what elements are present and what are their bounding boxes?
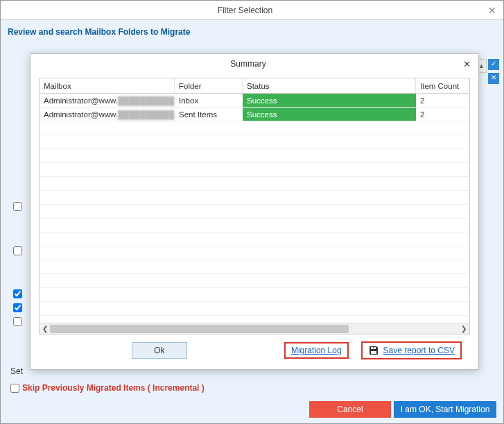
option-checkbox-5[interactable] xyxy=(13,317,22,328)
filter-selection-titlebar: Filter Selection ✕ xyxy=(1,1,503,20)
summary-title: Summary xyxy=(36,59,460,69)
option-checkbox-2[interactable] xyxy=(13,246,22,257)
cell-folder: Sent Items xyxy=(175,108,243,121)
scrollbar-thumb[interactable] xyxy=(50,325,349,333)
cell-folder: Inbox xyxy=(175,94,243,107)
migration-log-link-box: Migration Log xyxy=(284,342,349,359)
cell-mailbox: Administrator@www.██████████ xyxy=(40,108,175,121)
option-checkbox-1[interactable] xyxy=(13,202,22,212)
filter-selection-heading: Review and search Mailbox Folders to Mig… xyxy=(8,24,496,42)
table-row[interactable]: Administrator@www.██████████ Inbox Succe… xyxy=(40,94,469,108)
summary-table: Mailbox Folder Status Item Count Adminis… xyxy=(39,78,470,334)
start-migration-button[interactable]: I am OK, Start Migration xyxy=(394,401,496,418)
column-item-count[interactable]: Item Count xyxy=(416,78,469,93)
cell-status: Success xyxy=(243,94,416,107)
save-csv-link-box: Save report to CSV xyxy=(361,341,462,359)
status-badge: Success xyxy=(243,94,416,107)
save-icon xyxy=(368,345,379,356)
column-status[interactable]: Status xyxy=(243,78,416,93)
option-checkbox-3[interactable] xyxy=(13,289,22,300)
uncheck-all-button[interactable]: ✕ xyxy=(488,73,499,84)
scroll-left-icon[interactable]: ❮ xyxy=(40,324,50,334)
column-mailbox[interactable]: Mailbox xyxy=(40,78,175,93)
column-folder[interactable]: Folder xyxy=(175,78,243,93)
migration-log-link[interactable]: Migration Log xyxy=(291,346,342,355)
filter-selection-title: Filter Selection xyxy=(5,6,485,15)
summary-table-rows: Administrator@www.██████████ Inbox Succe… xyxy=(40,94,469,323)
option-checkbox-4[interactable] xyxy=(13,303,22,314)
footer-buttons: Cancel I am OK, Start Migration xyxy=(309,401,496,418)
save-report-csv-link[interactable]: Save report to CSV xyxy=(383,346,455,355)
skip-checkbox-input[interactable] xyxy=(10,384,19,393)
scrollbar-track[interactable] xyxy=(50,325,459,333)
summary-body: Mailbox Folder Status Item Count Adminis… xyxy=(31,74,478,369)
cancel-button[interactable]: Cancel xyxy=(309,401,391,418)
skip-label: Skip Previously Migrated Items ( Increme… xyxy=(22,383,205,393)
status-badge: Success xyxy=(243,108,416,121)
summary-dialog: Summary ✕ Mailbox Folder Status Item Cou… xyxy=(30,53,479,370)
ok-button[interactable]: Ok xyxy=(132,342,187,359)
settings-label-cutoff: Set xyxy=(10,366,23,376)
cell-item-count: 2 xyxy=(416,94,469,107)
cell-item-count: 2 xyxy=(416,108,469,121)
check-all-button[interactable]: ✓ xyxy=(488,59,499,70)
summary-table-header: Mailbox Folder Status Item Count xyxy=(40,78,469,94)
cell-mailbox: Administrator@www.██████████ xyxy=(40,94,175,107)
summary-footer: Ok Migration Log Save report to CSV xyxy=(39,334,470,366)
close-icon[interactable]: ✕ xyxy=(485,5,499,16)
skip-previously-migrated-checkbox[interactable]: Skip Previously Migrated Items ( Increme… xyxy=(10,383,205,393)
close-icon[interactable]: ✕ xyxy=(460,59,473,69)
table-row[interactable]: Administrator@www.██████████ Sent Items … xyxy=(40,108,469,121)
summary-titlebar: Summary ✕ xyxy=(31,54,478,74)
scroll-right-icon[interactable]: ❯ xyxy=(459,324,469,334)
cell-status: Success xyxy=(243,108,416,121)
horizontal-scrollbar[interactable]: ❮ ❯ xyxy=(40,323,469,334)
